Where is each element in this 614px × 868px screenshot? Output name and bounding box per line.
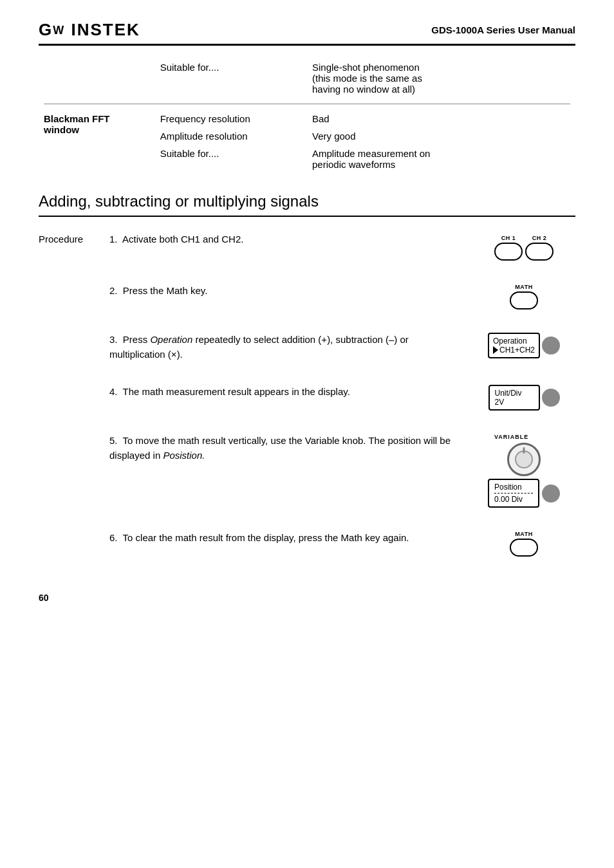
math2-label: MATH [515,531,532,537]
step-6-text: 6. To clear the math result from the dis… [109,531,472,546]
value-amp-res: Very good [307,127,575,145]
position-title: Position [494,483,533,492]
variable-label: VARIABLE [494,434,528,440]
row-label-empty [39,59,155,98]
step-2-graphic: MATH [472,284,575,309]
unit-div-button[interactable]: Unit/Div 2V [488,385,540,411]
math-button-container: MATH [510,284,538,309]
operation-oval [542,337,560,355]
step-4-number: 4. [109,386,123,397]
table-divider-row [39,98,575,110]
step-3-number: 3. [109,334,123,345]
manual-title: GDS-1000A Series User Manual [431,24,575,35]
ch1-button[interactable] [494,243,523,261]
unit-div-title: Unit/Div [495,389,534,398]
ch-buttons-group: CH 1 CH 2 [494,235,554,261]
math-button[interactable] [510,291,538,309]
step-2: 2. Press the Math key. MATH [109,284,575,309]
operation-title: Operation [493,337,535,346]
step-5: 5. To move the math result vertically, u… [109,434,575,508]
header-rule [39,44,575,46]
attr-amp-res: Amplitude resolution [155,127,307,145]
position-dashed: 0.00 Div [494,493,533,504]
attr-suitable1: Suitable for.... [155,59,307,98]
steps-column: 1. Activate both CH1 and CH2. CH 1 CH 2 [109,232,575,580]
table-row: Blackman FFTwindow Frequency resolution … [39,110,575,127]
step-4-graphic: Unit/Div 2V [472,385,575,411]
value-suitable2: Amplitude measurement onperiodic wavefor… [307,145,575,173]
ch1-button-container: CH 1 [494,235,523,261]
brand-logo: GW INSTEK [39,19,140,40]
ch1-label: CH 1 [501,235,516,241]
step-1-text: 1. Activate both CH1 and CH2. [109,232,472,247]
step-3: 3. Press Operation repeatedly to select … [109,333,575,362]
position-oval [542,485,560,503]
math-button2-container: MATH [510,531,538,557]
unit-div-group: Unit/Div 2V [488,385,560,411]
math-label: MATH [515,284,532,290]
step-1: 1. Activate both CH1 and CH2. CH 1 CH 2 [109,232,575,261]
knob-inner [515,450,533,468]
section-heading: Adding, subtracting or multiplying signa… [39,192,575,210]
position-display: Position 0.00 Div [488,479,560,508]
ch2-button-container: CH 2 [525,235,554,261]
step-5-text: 5. To move the math result vertically, u… [109,434,472,463]
step-2-text: 2. Press the Math key. [109,284,472,299]
unit-div-value: 2V [495,398,534,407]
step-4-text: 4. The math measurement result appears i… [109,385,472,400]
value-freq-res: Bad [307,110,575,127]
position-button[interactable]: Position 0.00 Div [488,479,539,508]
step-2-number: 2. [109,285,123,296]
step-4: 4. The math measurement result appears i… [109,385,575,411]
unit-div-oval [542,389,560,407]
step-1-number: 1. [109,234,122,245]
variable-knob[interactable] [507,443,541,476]
section-rule [39,216,575,217]
attr-suitable2: Suitable for.... [155,145,307,173]
operation-button-group: Operation CH1+CH2 [488,333,560,358]
position-value: 0.00 Div [494,495,533,504]
variable-section: VARIABLE Position 0.00 Div [488,434,560,508]
operation-arrow [493,346,498,354]
step-6: 6. To clear the math result from the dis… [109,531,575,557]
page-header: GW INSTEK GDS-1000A Series User Manual [39,19,575,40]
step-6-number: 6. [109,532,123,543]
step-5-italic: Posistion. [163,450,205,461]
fft-window-table: Suitable for.... Single-shot phenomenon(… [39,59,575,173]
procedure-section: Procedure 1. Activate both CH1 and CH2. … [39,232,575,580]
step-3-text: 3. Press Operation repeatedly to select … [109,333,472,362]
step-3-graphic: Operation CH1+CH2 [472,333,575,358]
blackman-label: Blackman FFTwindow [39,110,155,173]
ch2-label: CH 2 [532,235,547,241]
step-6-graphic: MATH [472,531,575,557]
step-5-graphic: VARIABLE Position 0.00 Div [472,434,575,508]
step-1-graphic: CH 1 CH 2 [472,232,575,261]
math-button-2[interactable] [510,539,538,557]
attr-freq-res: Frequency resolution [155,110,307,127]
step-5-number: 5. [109,435,123,446]
operation-button[interactable]: Operation CH1+CH2 [488,333,540,358]
step-3-italic: Operation [150,334,192,345]
page-number: 60 [39,593,575,603]
ch2-button[interactable] [525,243,554,261]
fft-table-section: Suitable for.... Single-shot phenomenon(… [39,59,575,173]
procedure-label: Procedure [39,232,109,580]
operation-value: CH1+CH2 [499,346,535,355]
table-row: Suitable for.... Single-shot phenomenon(… [39,59,575,98]
value-suitable1: Single-shot phenomenon(this mode is the … [307,59,575,98]
